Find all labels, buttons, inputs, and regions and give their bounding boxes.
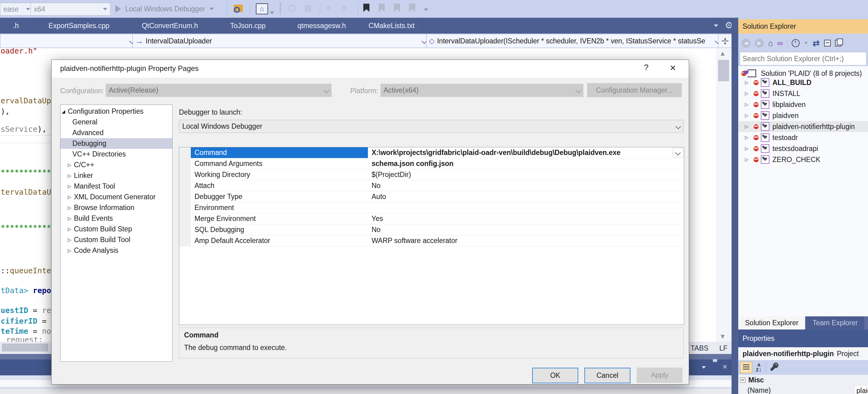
tab-document-0[interactable]: .h xyxy=(0,18,32,34)
toolbar-drag-handle[interactable] xyxy=(280,3,281,15)
property-value[interactable]: $(ProjectDir) xyxy=(368,169,684,180)
editor-vertical-scrollbar[interactable] xyxy=(716,48,731,342)
expander-icon[interactable]: ▷ xyxy=(745,80,749,85)
expander-icon[interactable]: ▷ xyxy=(745,124,749,129)
tabs-indicator[interactable]: TABS xyxy=(691,344,708,353)
platform-dropdown[interactable]: x64 xyxy=(31,3,111,16)
tab-document-2[interactable]: QtConvertEnum.h xyxy=(126,18,214,34)
project-node-selected[interactable]: ▷ plaidven-notifierhttp-plugin xyxy=(738,121,868,132)
close-icon[interactable]: × xyxy=(722,362,727,372)
collapsed-icon[interactable]: ▷ xyxy=(68,248,71,253)
member-dropdown[interactable]: ◇ IntervalDataUploader(IScheduler * sche… xyxy=(426,34,722,48)
project-node[interactable]: ▷ ALL_BUILD xyxy=(738,77,868,88)
back-icon[interactable]: ◀ xyxy=(741,38,750,48)
apply-button[interactable]: Apply xyxy=(637,368,682,383)
tab-solution-explorer[interactable]: Solution Explorer xyxy=(738,316,805,330)
collapsed-icon[interactable]: ▷ xyxy=(68,162,71,168)
sync-with-active-document-icon[interactable]: ⇄ xyxy=(812,38,819,48)
editor-split-handle[interactable]: ▲▼ xyxy=(718,34,732,48)
forward-icon[interactable]: ▶ xyxy=(755,38,764,48)
line-ending-indicator[interactable]: LF xyxy=(719,344,727,353)
collapse-category-icon[interactable] xyxy=(740,377,745,383)
start-debugging-button[interactable]: Local Windows Debugger xyxy=(116,3,214,15)
ok-button[interactable]: OK xyxy=(532,368,578,383)
toolbar-overflow-icon[interactable] xyxy=(424,8,428,11)
expander-icon[interactable]: ▷ xyxy=(745,146,749,151)
grid-row-command-arguments[interactable]: Command Arguments schema.json config.jso… xyxy=(179,158,684,169)
tab-document-3[interactable]: ToJson.cpp xyxy=(214,18,282,34)
configuration-dropdown[interactable]: ease xyxy=(0,3,34,16)
tree-item-custom-build-step[interactable]: ▷Custom Build Step xyxy=(60,224,172,234)
tab-list-chevron-icon[interactable] xyxy=(714,24,718,27)
collapsed-icon[interactable]: ▷ xyxy=(68,184,71,189)
cancel-button[interactable]: Cancel xyxy=(584,368,630,383)
grid-row-sql-debugging[interactable]: SQL Debugging No xyxy=(179,224,684,235)
collapsed-icon[interactable]: ▷ xyxy=(68,216,71,221)
property-value[interactable] xyxy=(368,202,684,213)
home-icon[interactable]: ⌂ xyxy=(768,38,773,48)
tree-item-browse-information[interactable]: ▷Browse Information xyxy=(60,202,172,213)
property-value-editor[interactable]: X:\work\projects\gridfabric\plaid-oadr-v… xyxy=(368,147,684,158)
grid-row-working-directory[interactable]: Working Directory $(ProjectDir) xyxy=(179,169,684,180)
wrench-icon[interactable] xyxy=(770,364,777,371)
properties-object-row[interactable]: plaidven-notifierhttp-plugin Project xyxy=(738,347,868,360)
previous-bookmark-icon[interactable] xyxy=(379,4,385,12)
tree-item-configuration-properties[interactable]: ◢Configuration Properties xyxy=(60,106,172,117)
tab-document-4[interactable]: qtmessagesw.h xyxy=(282,18,362,34)
chevron-down-icon[interactable] xyxy=(805,42,808,44)
navigate-backward-icon[interactable]: ▢ xyxy=(288,3,296,12)
grid-row-environment[interactable]: Environment xyxy=(179,202,684,213)
window-menu-chevron-icon[interactable] xyxy=(702,366,706,369)
collapsed-icon[interactable]: ▷ xyxy=(68,237,71,243)
solution-explorer-titlebar[interactable]: Solution Explorer xyxy=(738,19,868,34)
tab-team-explorer[interactable]: Team Explorer xyxy=(806,316,864,330)
expander-icon[interactable]: ▷ xyxy=(745,113,749,118)
grid-row-amp-default-accelerator[interactable]: Amp Default Accelerator WARP software ac… xyxy=(179,235,684,246)
pending-changes-filter-icon[interactable] xyxy=(792,39,800,47)
grid-row-debugger-type[interactable]: Debugger Type Auto xyxy=(179,191,684,202)
dialog-titlebar[interactable]: plaidven-notifierhttp-plugin Property Pa… xyxy=(52,60,689,78)
project-node[interactable]: ▷ ZERO_CHECK xyxy=(738,154,868,165)
decrease-indent-icon[interactable]: ≡ xyxy=(326,3,331,12)
tree-item-c-cpp[interactable]: ▷C/C++ xyxy=(60,160,172,170)
tab-document-5[interactable]: CMakeLists.txt xyxy=(361,18,422,34)
toggle-bookmark-icon[interactable] xyxy=(363,4,369,12)
tree-item-advanced[interactable]: Advanced xyxy=(60,128,172,138)
property-value[interactable]: Yes xyxy=(368,213,684,224)
project-dropdown[interactable] xyxy=(0,34,137,48)
help-button[interactable]: ? xyxy=(644,63,649,73)
property-value[interactable]: No xyxy=(368,224,684,235)
tab-document-1[interactable]: ExportSamples.cpp xyxy=(32,18,126,34)
tree-item-vc-directories[interactable]: VC++ Directories xyxy=(60,149,172,160)
tree-item-xml-document-generator[interactable]: ▷XML Document Generator xyxy=(60,192,172,202)
show-all-files-icon[interactable] xyxy=(835,40,841,47)
tree-item-manifest-tool[interactable]: ▷Manifest Tool xyxy=(60,181,172,192)
panel-splitter[interactable] xyxy=(732,18,738,394)
tree-item-build-events[interactable]: ▷Build Events xyxy=(60,213,172,224)
search-input[interactable] xyxy=(740,52,866,65)
scrollbar-up-icon[interactable]: ▲ xyxy=(719,50,726,57)
property-value[interactable]: WARP software accelerator xyxy=(368,235,684,246)
property-row[interactable]: (Name) plaid xyxy=(738,385,868,394)
expander-icon[interactable]: ▷ xyxy=(745,135,749,140)
grid-row-attach[interactable]: Attach No xyxy=(179,180,684,191)
close-button[interactable]: × xyxy=(670,62,676,74)
property-value[interactable]: No xyxy=(368,180,684,191)
expander-icon[interactable]: ▷ xyxy=(745,102,749,107)
platform-dropdown[interactable]: Active(x64) xyxy=(380,84,584,97)
value-dropdown-button[interactable] xyxy=(673,148,683,158)
clear-bookmarks-icon[interactable] xyxy=(409,4,415,12)
chevron-down-icon[interactable] xyxy=(270,11,274,14)
project-node[interactable]: ▷ plaidven xyxy=(738,110,868,121)
collapsed-icon[interactable]: ▷ xyxy=(68,194,71,200)
tree-item-general[interactable]: General xyxy=(60,117,172,128)
alphabetical-sort-icon[interactable]: AZ↓ xyxy=(756,363,762,372)
debugger-to-launch-dropdown[interactable]: Local Windows Debugger xyxy=(179,120,684,133)
document-outline-icon[interactable]: ▤ xyxy=(304,3,312,12)
property-value[interactable]: schema.json config.json xyxy=(368,158,684,169)
expander-icon[interactable]: ▷ xyxy=(745,157,749,162)
solution-search-box[interactable] xyxy=(740,52,866,65)
property-value[interactable]: Auto xyxy=(368,191,684,202)
scrollbar-down-icon[interactable]: ▼ xyxy=(719,333,726,340)
find-in-files-icon[interactable] xyxy=(234,5,243,12)
